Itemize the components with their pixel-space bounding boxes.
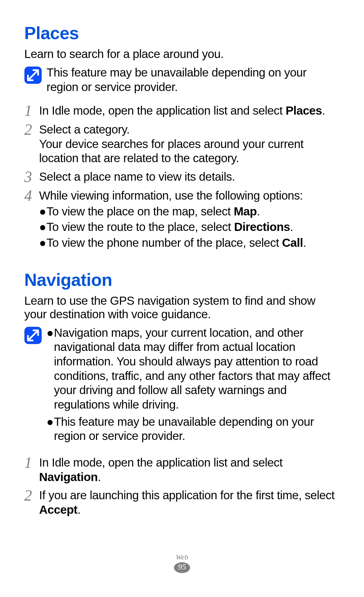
bold-term: Directions <box>234 220 290 233</box>
note-bullet: ● This feature may be unavailable depend… <box>47 415 340 443</box>
step-text: While viewing information, use the follo… <box>39 189 303 202</box>
places-note-text: This feature may be unavailable dependin… <box>47 65 340 94</box>
footer-label: Web <box>0 553 364 562</box>
places-intro: Learn to search for a place around you. <box>24 47 340 61</box>
bullet-text-part: To view the place on the map, select <box>47 205 234 218</box>
places-step-4: 4 While viewing information, use the fol… <box>24 188 340 251</box>
bullet-text-part: To view the route to the place, select <box>47 220 234 233</box>
navigation-note-bullets: ● Navigation maps, your current location… <box>47 326 340 446</box>
bullet-marker: ● <box>47 415 54 443</box>
step-text: In Idle mode, open the application list … <box>39 104 285 117</box>
navigation-step-1: 1 In Idle mode, open the application lis… <box>24 455 340 484</box>
navigation-heading: Navigation <box>24 270 340 290</box>
step-number: 1 <box>24 103 39 118</box>
note-bullet: ● Navigation maps, your current location… <box>47 326 340 412</box>
bullet-item: ● To view the phone number of the place,… <box>39 236 340 250</box>
bullet-text: To view the phone number of the place, s… <box>47 236 306 250</box>
bullet-marker: ● <box>39 220 47 234</box>
bold-term: Map <box>234 205 257 218</box>
step-text: . <box>322 104 325 117</box>
step-body: If you are launching this application fo… <box>39 488 340 517</box>
note-bullet-text: This feature may be unavailable dependin… <box>54 415 340 443</box>
step-text: Select a category. <box>39 123 130 136</box>
step-text: . <box>78 503 81 516</box>
page-footer: Web 95 <box>0 553 364 571</box>
note-icon <box>24 66 42 84</box>
step-number: 2 <box>24 488 39 517</box>
step-number: 4 <box>24 188 39 251</box>
step-number: 3 <box>24 170 39 184</box>
bullet-marker: ● <box>39 204 47 219</box>
bullet-list: ● To view the place on the map, select M… <box>39 204 340 250</box>
step-text: . <box>98 470 101 483</box>
navigation-step-2: 2 If you are launching this application … <box>24 488 340 517</box>
step-body: Select a category. Your device searches … <box>39 122 340 166</box>
places-note-block: This feature may be unavailable dependin… <box>24 65 340 94</box>
bold-term: Call <box>282 236 303 249</box>
places-step-3: 3 Select a place name to view its detail… <box>24 170 340 184</box>
bullet-text-part: To view the phone number of the place, s… <box>47 236 282 249</box>
places-heading: Places <box>24 23 340 43</box>
note-icon <box>24 327 42 344</box>
bullet-text-part: . <box>257 205 260 218</box>
step-body: In Idle mode, open the application list … <box>39 455 340 484</box>
bullet-text-part: . <box>303 236 306 249</box>
bullet-marker: ● <box>47 326 54 412</box>
bullet-text: To view the route to the place, select D… <box>47 220 293 234</box>
bold-term: Accept <box>39 503 78 516</box>
step-text: In Idle mode, open the application list … <box>39 456 282 469</box>
navigation-note-block: ● Navigation maps, your current location… <box>24 326 340 446</box>
bullet-marker: ● <box>39 236 47 250</box>
places-step-2: 2 Select a category. Your device searche… <box>24 122 340 166</box>
bullet-text-part: . <box>290 220 293 233</box>
navigation-intro: Learn to use the GPS navigation system t… <box>24 294 340 321</box>
bold-term: Places <box>285 104 322 117</box>
places-step-1: 1 In Idle mode, open the application lis… <box>24 103 340 118</box>
step-body: While viewing information, use the follo… <box>39 188 340 251</box>
step-text: Select a place name to view its details. <box>39 170 235 183</box>
step-body: In Idle mode, open the application list … <box>39 103 340 118</box>
bullet-item: ● To view the place on the map, select M… <box>39 204 340 219</box>
step-body: Select a place name to view its details. <box>39 170 340 184</box>
step-number: 1 <box>24 455 39 484</box>
step-number: 2 <box>24 122 39 166</box>
bullet-item: ● To view the route to the place, select… <box>39 220 340 234</box>
step-extra-text: Your device searches for places around y… <box>39 137 340 166</box>
note-bullet-text: Navigation maps, your current location, … <box>54 326 340 412</box>
bold-term: Navigation <box>39 470 98 483</box>
step-text: If you are launching this application fo… <box>39 488 335 502</box>
bullet-text: To view the place on the map, select Map… <box>47 204 260 219</box>
page-number: 95 <box>178 562 186 571</box>
